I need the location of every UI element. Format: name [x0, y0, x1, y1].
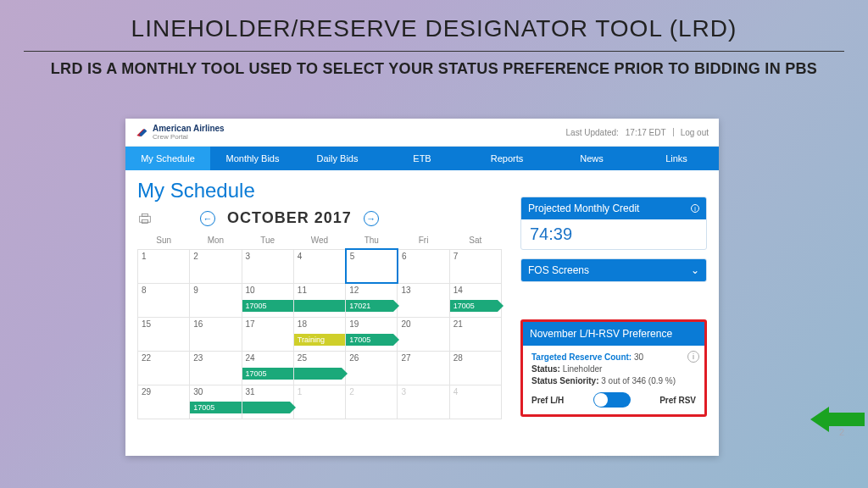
nav-monthly-bids[interactable]: Monthly Bids: [210, 147, 295, 170]
prev-month-button[interactable]: ←: [200, 211, 215, 226]
brand: American Airlines Crew Portal: [136, 124, 225, 141]
calendar-cell[interactable]: 25: [293, 351, 345, 385]
calendar-cell[interactable]: 2: [190, 249, 242, 283]
next-month-button[interactable]: →: [364, 211, 379, 226]
calendar-cell[interactable]: 18Training: [293, 317, 345, 351]
slide-subtitle: LRD IS A MONTHLY TOOL USED TO SELECT YOU…: [0, 60, 868, 78]
credit-title: Projected Monthly Credit: [528, 202, 639, 214]
reserve-count-label: Targeted Reserve Count:: [531, 352, 632, 362]
nav-links[interactable]: Links: [634, 147, 719, 170]
calendar-cell[interactable]: 15: [138, 317, 190, 351]
lh-rsv-preference-card: November L/H-RSV Preference i Targeted R…: [520, 319, 707, 417]
calendar-cell[interactable]: 3: [398, 385, 449, 419]
calendar-cell[interactable]: 1917005: [346, 317, 398, 351]
last-updated-value: 17:17 EDT: [626, 128, 666, 137]
day-header: Tue: [242, 232, 293, 249]
svg-rect-1: [142, 214, 148, 216]
day-header: Wed: [293, 232, 345, 249]
credit-info-icon[interactable]: i: [691, 204, 699, 213]
calendar-cell[interactable]: 22: [138, 351, 190, 385]
trip-pill[interactable]: 17005: [190, 402, 241, 413]
calendar-cell[interactable]: 1: [138, 249, 190, 283]
calendar-cell[interactable]: 1: [293, 385, 345, 419]
header-bar: American Airlines Crew Portal Last Updat…: [125, 119, 719, 147]
calendar-cell[interactable]: 6: [398, 249, 449, 283]
nav-daily-bids[interactable]: Daily Bids: [295, 147, 380, 170]
print-icon[interactable]: [137, 213, 153, 225]
nav-my-schedule[interactable]: My Schedule: [125, 147, 210, 170]
brand-line2: Crew Portal: [153, 133, 225, 141]
separator: [673, 128, 674, 136]
calendar-cell[interactable]: 4: [293, 249, 345, 283]
header-meta: Last Updated: 17:17 EDT Log out: [566, 128, 709, 137]
screenshot-panel: American Airlines Crew Portal Last Updat…: [125, 119, 719, 456]
fos-title: FOS Screens: [528, 264, 589, 276]
calendar-cell[interactable]: 16: [190, 317, 242, 351]
fos-screens-card[interactable]: FOS Screens⌄: [520, 258, 707, 282]
calendar-cell[interactable]: 4: [449, 385, 501, 419]
day-header: Thu: [346, 232, 398, 249]
calendar-cell[interactable]: 7: [449, 249, 501, 283]
calendar-cell[interactable]: 23: [190, 351, 242, 385]
reserve-count-value: 30: [634, 352, 643, 362]
nav-etb[interactable]: ETB: [380, 147, 465, 170]
calendar-cell[interactable]: 20: [398, 317, 449, 351]
airline-logo-icon: [136, 125, 149, 139]
trip-pill[interactable]: [294, 300, 345, 312]
trip-pill[interactable]: [242, 402, 290, 413]
calendar-cell[interactable]: 5: [346, 249, 398, 283]
status-value: Lineholder: [563, 364, 603, 374]
toggle-right-label: Pref RSV: [659, 396, 696, 405]
projected-credit-card: Projected Monthly Crediti 74:39: [520, 197, 707, 250]
nav-news[interactable]: News: [549, 147, 634, 170]
trip-pill[interactable]: 17005: [450, 300, 498, 312]
calendar-cell[interactable]: 1217021: [346, 283, 398, 317]
day-header: Sat: [449, 232, 501, 249]
day-header: Sun: [138, 232, 190, 249]
trip-pill[interactable]: 17005: [242, 300, 293, 312]
credit-value: 74:39: [521, 219, 706, 249]
logout-link[interactable]: Log out: [681, 128, 709, 137]
svg-rect-2: [142, 219, 148, 223]
slide-title: LINEHOLDER/RESERVE DESIGNATOR TOOL (LRD): [0, 0, 868, 42]
calendar-cell[interactable]: 1417005: [449, 283, 501, 317]
day-header: Mon: [190, 232, 242, 249]
calendar-cell[interactable]: 3: [242, 249, 293, 283]
calendar-grid: SunMonTueWedThuFriSat 123456789101700511…: [137, 232, 502, 419]
pref-title: November L/H-RSV Preference: [523, 322, 704, 346]
trip-pill[interactable]: Training: [294, 334, 345, 346]
svg-rect-0: [140, 216, 151, 222]
main-nav: My ScheduleMonthly BidsDaily BidsETBRepo…: [125, 147, 719, 170]
calendar-cell[interactable]: 1017005: [242, 283, 293, 317]
toggle-left-label: Pref L/H: [531, 396, 564, 405]
calendar-cell[interactable]: 17: [242, 317, 293, 351]
trip-pill[interactable]: [294, 368, 342, 380]
calendar-cell[interactable]: 28: [449, 351, 501, 385]
calendar-cell[interactable]: 29: [138, 385, 190, 419]
chevron-down-icon: ⌄: [691, 264, 699, 276]
brand-line1: American Airlines: [153, 124, 225, 133]
calendar-cell[interactable]: 13: [398, 283, 449, 317]
calendar-cell[interactable]: 27: [398, 351, 449, 385]
calendar-cell[interactable]: 31: [242, 385, 293, 419]
nav-reports[interactable]: Reports: [465, 147, 549, 170]
trip-pill[interactable]: 17005: [346, 334, 393, 346]
preference-toggle[interactable]: [593, 392, 631, 408]
callout-arrow-icon: [810, 407, 865, 432]
calendar-cell[interactable]: 11: [293, 283, 345, 317]
trip-pill[interactable]: 17005: [242, 368, 293, 380]
calendar-cell[interactable]: 8: [138, 283, 190, 317]
day-header: Fri: [398, 232, 449, 249]
status-label: Status:: [531, 364, 560, 374]
seniority-value: 3 out of 346 (0.9 %): [601, 376, 676, 385]
trip-pill[interactable]: 17021: [346, 300, 393, 312]
pref-info-icon[interactable]: i: [687, 351, 699, 363]
calendar-cell[interactable]: 26: [346, 351, 398, 385]
slide-number: 2: [839, 427, 844, 437]
calendar-cell[interactable]: 2: [346, 385, 398, 419]
divider: [24, 51, 844, 52]
calendar-cell[interactable]: 3017005: [190, 385, 242, 419]
calendar-cell[interactable]: 2417005: [242, 351, 293, 385]
calendar-cell[interactable]: 21: [449, 317, 501, 351]
calendar-cell[interactable]: 9: [190, 283, 242, 317]
